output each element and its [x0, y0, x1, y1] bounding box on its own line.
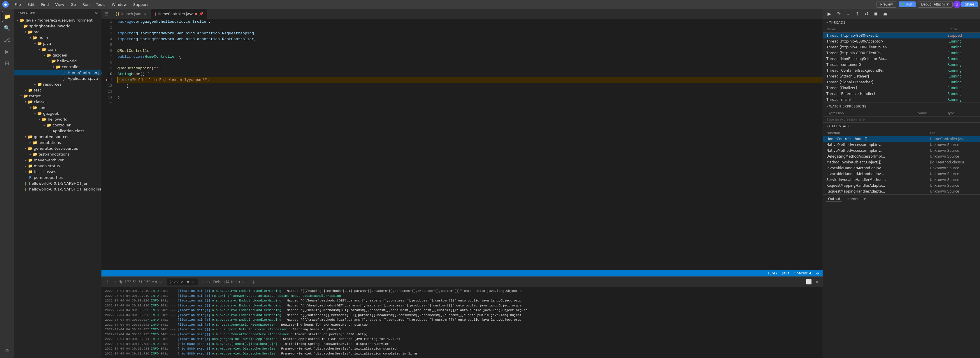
sidebar-item-com[interactable]: ▾ 📂 com: [14, 46, 102, 52]
git-icon[interactable]: ⎇: [2, 34, 12, 45]
run-button[interactable]: Run: [899, 2, 916, 7]
menu-run[interactable]: Run: [79, 1, 92, 8]
thread-row-10[interactable]: Thread [Reference Handler] Running: [823, 91, 980, 97]
tab-java-debug-close[interactable]: ×: [242, 280, 245, 284]
explorer-icon[interactable]: 📁: [2, 11, 12, 22]
sidebar-item-annotations[interactable]: ▸ 📁 annotations: [14, 139, 102, 145]
thread-row-8[interactable]: Thread [Signal Dispatcher] Running: [823, 79, 980, 85]
debug-restart-icon[interactable]: ↺: [862, 10, 871, 18]
thread-row-2[interactable]: Thread [http-nio-8080-ClientPoller- Runn…: [823, 44, 980, 50]
code-content[interactable]: package com.gazgeek.helloworld.controlle…: [115, 19, 822, 270]
sidebar-item-src[interactable]: ▾ 📂 src: [14, 29, 102, 35]
thread-row-9[interactable]: Thread [Finalizer] Running: [823, 85, 980, 91]
debug-disconnect-icon[interactable]: ⏏: [881, 10, 889, 18]
sidebar-item-generated-test[interactable]: ▾ 📂 generated-test-sources: [14, 145, 102, 151]
menu-support[interactable]: Support: [130, 1, 151, 8]
sidebar-item-springboot-helloworld[interactable]: ▾ 📂 springboot-helloworld: [14, 23, 102, 29]
sidebar-item-jar2[interactable]: ▾ J helloworld-0.0.1-SNAPSHOT.jar.origin…: [14, 186, 102, 192]
tab-bash-close[interactable]: ×: [159, 280, 162, 284]
tab-output[interactable]: Output: [826, 196, 842, 202]
call-stack-title[interactable]: ▾ CALL STACK: [823, 123, 980, 130]
thread-row-7[interactable]: Thread [Attach Listener] Running: [823, 73, 980, 79]
terminal-close-icon[interactable]: ×: [814, 278, 820, 286]
debug-continue-icon[interactable]: ▶: [825, 10, 834, 18]
watch-expression-input[interactable]: [823, 117, 980, 122]
thread-row-0[interactable]: Thread [http-nio-8080-exec-1] Stopped: [823, 33, 980, 38]
tree-project-root[interactable]: ▾ 📂 Java - /home/ec2-user/environment: [14, 17, 102, 23]
call-stack-row-5[interactable]: InvocableHandlerMethod.doInv... Unknown …: [823, 165, 980, 171]
search-icon[interactable]: 🔍: [2, 23, 12, 33]
sidebar-item-application[interactable]: ▾ J Application.java: [14, 76, 102, 81]
debug-step-into-icon[interactable]: ↓: [844, 10, 852, 18]
call-stack-row-0[interactable]: HomeController.home() HomeController.jav…: [823, 136, 980, 142]
debug-stop-icon[interactable]: ⏹: [872, 10, 880, 18]
terminal-add-button[interactable]: +: [250, 279, 258, 285]
debug-step-over-icon[interactable]: ↷: [835, 10, 843, 18]
sidebar-item-com2[interactable]: ▾ 📂 com: [14, 105, 102, 110]
share-button[interactable]: Share: [961, 2, 978, 7]
call-stack-row-1[interactable]: NativeMethodAccessorImpl.inv... Unknown …: [823, 142, 980, 148]
call-stack-row-4[interactable]: Method.invoke(Object,Object[]) (jdi) Met…: [823, 159, 980, 165]
menu-tools[interactable]: Tools: [93, 1, 108, 8]
sidebar-item-jar1[interactable]: ▾ J helloworld-0.0.1-SNAPSHOT.jar: [14, 180, 102, 186]
sidebar-item-java[interactable]: ▾ 📂 java: [14, 41, 102, 46]
sidebar-item-pom-properties[interactable]: ▾ P pom.properties: [14, 174, 102, 180]
sidebar-item-homecontroller[interactable]: ▾ J HomeController.java: [14, 70, 102, 76]
extensions-icon[interactable]: ⊞: [2, 58, 12, 68]
sidebar-toggle[interactable]: ☰: [102, 9, 111, 19]
sidebar-item-helloworld[interactable]: ▾ 📂 helloworld: [14, 58, 102, 64]
terminal-maximize-icon[interactable]: ⬜: [805, 278, 813, 286]
sidebar-item-main[interactable]: ▾ 📂 main: [14, 35, 102, 41]
terminal-content[interactable]: 2022-07-04 04:30:03.019 INFO 3481 --- [l…: [102, 287, 822, 358]
debug-attach-button[interactable]: Debug (Attach) ▼: [918, 1, 953, 8]
tab-immediate[interactable]: Immediate: [846, 196, 868, 202]
tab-java-debug[interactable]: java - Debug (Attach) ×: [199, 279, 248, 285]
sidebar-item-test-annotations[interactable]: ▸ 📁 test-annotations: [14, 151, 102, 157]
thread-row-6[interactable]: Thread [ContainerBackgroundPr... Running: [823, 68, 980, 73]
sidebar-item-controller[interactable]: ▾ 📂 controller: [14, 64, 102, 70]
preview-button[interactable]: Preview: [877, 1, 897, 8]
thread-row-5[interactable]: Thread [container-0] Running: [823, 62, 980, 68]
call-stack-row-7[interactable]: ServletInvocableHandlerMethod... Unknown…: [823, 177, 980, 183]
menu-edit[interactable]: Edit: [24, 1, 38, 8]
sidebar-item-gazgeek[interactable]: ▾ 📂 gazgeek: [14, 52, 102, 58]
sidebar-item-helloworld2[interactable]: ▾ 📂 helloworld: [14, 116, 102, 122]
tab-java-auto[interactable]: java - auto ×: [167, 279, 198, 285]
sidebar-item-maven-archiver[interactable]: ▸ 📁 maven-archiver: [14, 157, 102, 163]
call-stack-row-2[interactable]: NativeMethodAccessorImpl.inv... Unknown …: [823, 148, 980, 154]
sidebar-item-controller2[interactable]: ▸ 📁 controller: [14, 122, 102, 128]
debug-step-out-icon[interactable]: ↑: [853, 10, 861, 18]
tab-java-auto-close[interactable]: ×: [191, 280, 194, 284]
settings-icon[interactable]: ⚙: [2, 345, 12, 356]
call-stack-row-6[interactable]: InvocableHandlerMethod.doInv... Unknown …: [823, 171, 980, 177]
menu-go[interactable]: Go: [68, 1, 79, 8]
call-stack-row-9[interactable]: RequestMappingHandlerAdapte... Unknown S…: [823, 189, 980, 194]
sidebar-item-test[interactable]: ▸ 📁 test: [14, 87, 102, 93]
thread-row-4[interactable]: Thread [NonBlockingSelector Bio... Runni…: [823, 56, 980, 62]
thread-row-11[interactable]: Thread [main] Running: [823, 97, 980, 103]
debug-icon[interactable]: ▶: [2, 46, 12, 57]
sidebar-item-classes[interactable]: ▾ 📂 classes: [14, 99, 102, 105]
call-stack-row-3[interactable]: DelegatingMethodAccessorImpl... Unknown …: [823, 154, 980, 159]
tab-close-launch-json[interactable]: ×: [143, 12, 148, 16]
sidebar-item-resources[interactable]: ▸ 📁 resources: [14, 81, 102, 87]
call-stack-row-8[interactable]: RequestMappingHandlerAdapte... Unknown S…: [823, 183, 980, 189]
menu-window[interactable]: Window: [109, 1, 129, 8]
menu-view[interactable]: View: [52, 1, 67, 8]
sidebar-item-generated-sources[interactable]: ▾ 📂 generated-sources: [14, 134, 102, 139]
sidebar-item-test-classes[interactable]: ▸ 📁 test-classes: [14, 169, 102, 174]
sidebar-item-maven-status[interactable]: ▸ 📁 maven-status: [14, 163, 102, 169]
threads-section-title[interactable]: ▾ THREADS: [823, 19, 980, 26]
editor-settings-icon[interactable]: ⚙: [816, 271, 819, 275]
watch-section-title[interactable]: ▾ WATCH EXPRESSIONS: [823, 103, 980, 110]
thread-row-1[interactable]: Thread [http-nio-8080-Acceptor- Running: [823, 38, 980, 44]
tab-homecontroller-java[interactable]: J HomeController.java 📌: [151, 9, 207, 19]
tab-bash[interactable]: bash - 'ip-172-31-31-130.e x ×: [104, 279, 166, 285]
sidebar-item-target[interactable]: ▾ 📂 target: [14, 93, 102, 99]
menu-find[interactable]: Find: [38, 1, 52, 8]
sidebar-item-gazgeek2[interactable]: ▾ 📂 gazgeek: [14, 110, 102, 116]
sidebar-settings-icon[interactable]: ⚙: [95, 11, 98, 15]
sidebar-item-application-class[interactable]: ▾ C Application class: [14, 128, 102, 134]
menu-file[interactable]: File: [12, 1, 24, 8]
tab-launch-json[interactable]: {} launch.json ×: [111, 9, 151, 19]
